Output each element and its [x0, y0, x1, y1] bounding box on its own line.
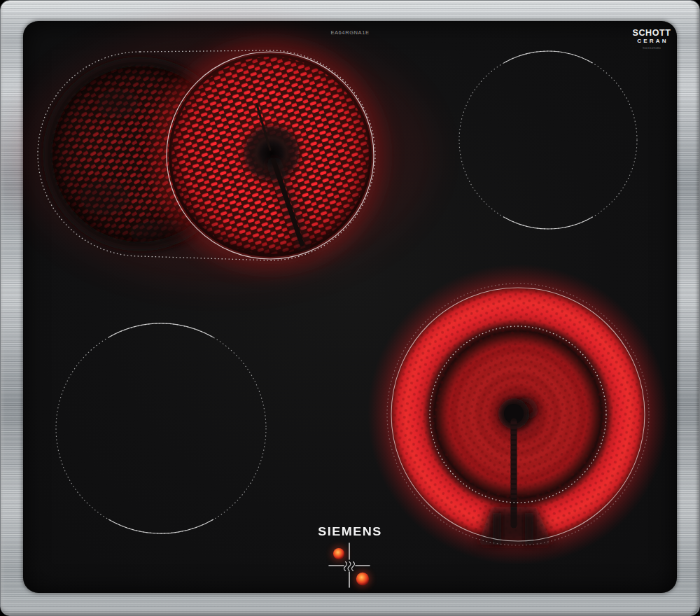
model-code-print: EA64RGNA1E	[0, 29, 700, 36]
siemens-logo: SIEMENS	[0, 524, 700, 538]
glass-print-code: 9001509080	[626, 47, 678, 50]
schott-ceran-logo: SCHOTT CERAN 9001509080	[626, 29, 678, 50]
hob-product-photo: EA64RGNA1E SCHOTT CERAN 9001509080 SIEME…	[0, 0, 700, 616]
ceramic-glass-surface	[23, 21, 677, 593]
schott-logo-text: SCHOTT	[626, 29, 678, 38]
ceran-logo-text: CERAN	[626, 38, 678, 44]
